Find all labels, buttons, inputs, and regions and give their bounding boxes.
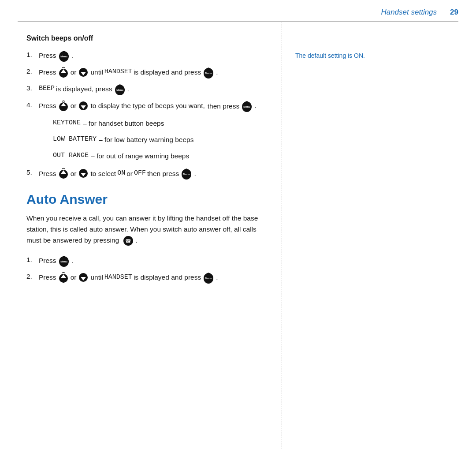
step-5: 5. Press or bbox=[26, 167, 264, 180]
svg-text:Menu: Menu bbox=[116, 89, 123, 91]
down-arrow-icon-2 bbox=[78, 67, 89, 78]
svg-text:Menu: Menu bbox=[205, 72, 212, 75]
low-battery-desc: – for low battery warning beeps bbox=[99, 135, 193, 145]
right-note: The default setting is ON. bbox=[295, 52, 463, 59]
step-4-content: Press or bbox=[39, 100, 264, 112]
step-2-content: Press or bbox=[39, 66, 264, 79]
content-area: Switch beeps on/off 1. Press Menu bbox=[0, 22, 476, 449]
header-page-number: 29 bbox=[450, 8, 458, 17]
switch-beeps-steps: 1. Press Menu bbox=[26, 49, 264, 112]
menu-icon-aa2: Menu bbox=[202, 271, 215, 284]
aa-step-1-content: Press Menu . bbox=[39, 254, 264, 267]
handset-code-2: HANDSET bbox=[104, 67, 132, 77]
option-keytone: KEYTONE – for handset button beeps bbox=[53, 118, 264, 128]
header-row: Handset settings 29 bbox=[0, 0, 476, 21]
step-1-content: Press Menu . bbox=[39, 49, 264, 62]
svg-text:Menu: Menu bbox=[205, 277, 212, 280]
step-3-content: BEEP is displayed, press Menu . bbox=[39, 83, 264, 95]
auto-answer-title: Auto Answer bbox=[26, 192, 264, 207]
menu-icon-2: Menu bbox=[202, 66, 215, 79]
down-arrow-icon-4 bbox=[78, 100, 89, 112]
down-arrow-icon-5 bbox=[78, 168, 89, 179]
step-1-number: 1. bbox=[26, 49, 39, 60]
auto-answer-steps: 1. Press Menu . bbox=[26, 254, 264, 284]
out-range-desc: – for out of range warning beeps bbox=[91, 151, 189, 161]
phone-icon: ☎ bbox=[123, 235, 134, 247]
aa-step-1-number: 1. bbox=[26, 254, 39, 265]
step-4: 4. Press or bbox=[26, 100, 264, 112]
svg-text:Menu: Menu bbox=[60, 55, 67, 58]
option-low-battery: LOW BATTERY – for low battery warning be… bbox=[53, 135, 264, 145]
step-1: 1. Press Menu bbox=[26, 49, 264, 62]
menu-icon-1: Menu bbox=[58, 49, 70, 62]
header-section-title: Handset settings bbox=[381, 8, 437, 17]
handset-code-aa2: HANDSET bbox=[104, 273, 132, 283]
up-arrow-icon-4 bbox=[58, 100, 69, 112]
off-code: OFF bbox=[134, 168, 146, 179]
step-3-number: 3. bbox=[26, 83, 39, 93]
step-3: 3. BEEP is displayed, press Menu bbox=[26, 83, 264, 95]
keytone-desc: – for handset button beeps bbox=[83, 118, 164, 128]
aa-step-2: 2. Press or bbox=[26, 271, 264, 284]
step-5-content: Press or bbox=[39, 167, 264, 180]
auto-answer-section: Auto Answer When you receive a call, you… bbox=[26, 192, 264, 284]
on-code: ON bbox=[117, 168, 125, 179]
menu-icon-4: Menu bbox=[241, 100, 253, 112]
switch-beeps-step5: 5. Press or bbox=[26, 167, 264, 180]
svg-text:Menu: Menu bbox=[243, 105, 250, 108]
out-range-code: OUT RANGE bbox=[53, 151, 89, 161]
switch-beeps-heading: Switch beeps on/off bbox=[26, 34, 264, 42]
down-arrow-icon-aa2 bbox=[78, 272, 89, 283]
step-5-number: 5. bbox=[26, 167, 39, 177]
page-container: Handset settings 29 Switch beeps on/off … bbox=[0, 0, 476, 449]
step-2: 2. Press or bbox=[26, 66, 264, 79]
low-battery-code: LOW BATTERY bbox=[53, 135, 97, 145]
svg-text:☎: ☎ bbox=[125, 238, 131, 243]
beep-code: BEEP bbox=[39, 84, 55, 94]
aa-step-1: 1. Press Menu . bbox=[26, 254, 264, 267]
aa-step-2-content: Press or bbox=[39, 271, 264, 284]
step-2-number: 2. bbox=[26, 66, 39, 76]
up-arrow-icon-aa2 bbox=[58, 272, 69, 283]
right-column: The default setting is ON. bbox=[282, 22, 476, 449]
auto-answer-description: When you receive a call, you can answer … bbox=[26, 213, 264, 247]
aa-step-2-number: 2. bbox=[26, 271, 39, 281]
up-arrow-icon-2 bbox=[58, 67, 69, 78]
step-4-number: 4. bbox=[26, 100, 39, 110]
option-out-range: OUT RANGE – for out of range warning bee… bbox=[53, 151, 264, 161]
left-column: Switch beeps on/off 1. Press Menu bbox=[0, 22, 282, 449]
menu-icon-5: Menu bbox=[180, 167, 193, 180]
svg-text:Menu: Menu bbox=[60, 260, 67, 263]
up-arrow-icon-5 bbox=[58, 168, 69, 179]
svg-text:Menu: Menu bbox=[183, 173, 190, 176]
menu-icon-aa1: Menu bbox=[58, 254, 70, 267]
options-block: KEYTONE – for handset button beeps LOW B… bbox=[53, 118, 264, 161]
menu-icon-3: Menu bbox=[114, 83, 126, 95]
keytone-code: KEYTONE bbox=[53, 118, 81, 128]
